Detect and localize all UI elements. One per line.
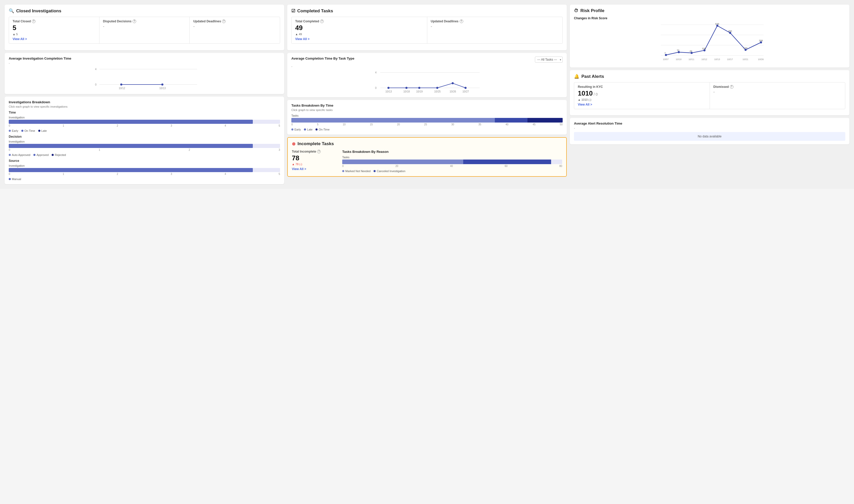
approved-label: Approved xyxy=(36,154,49,157)
svg-text:10/17: 10/17 xyxy=(727,58,733,61)
tasks-reason-legend: Marked Not Needed Canceled Investigation xyxy=(342,169,562,173)
legend-on-time: On Time xyxy=(21,129,35,132)
svg-text:10/18: 10/18 xyxy=(403,90,410,93)
tasks-time-row-label: Tasks xyxy=(291,114,563,117)
disputed-info-icon[interactable]: ? xyxy=(132,19,136,23)
tasks-late-dot xyxy=(304,128,306,130)
tasks-time-legend: Early Late On-Time xyxy=(291,128,563,131)
total-incomplete-info-icon[interactable]: ? xyxy=(317,150,321,154)
avg-investigation-completion-card: Average Investigation Completion Time - … xyxy=(5,53,284,94)
incomplete-view-all[interactable]: View All > xyxy=(292,167,306,171)
canceled-investigation-dot xyxy=(374,170,376,172)
svg-point-13 xyxy=(405,87,407,89)
svg-text:649: 649 xyxy=(715,23,719,25)
tasks-by-reason-title: Tasks Breakdown By Reason xyxy=(342,150,562,154)
tasks-on-time-label: On-Time xyxy=(319,128,329,131)
svg-text:10/10: 10/10 xyxy=(676,58,682,61)
legend-canceled-investigation: Canceled Investigation xyxy=(374,169,405,173)
svg-text:70: 70 xyxy=(677,49,679,52)
tasks-time-breakdown-row: Tasks 05101520253035404550 xyxy=(291,114,563,126)
svg-text:10/13: 10/13 xyxy=(159,87,166,90)
svg-text:10/19: 10/19 xyxy=(416,90,423,93)
tasks-late-label: Late xyxy=(307,128,312,131)
closed-view-all[interactable]: View All > xyxy=(13,37,27,41)
tasks-time-bar-segments xyxy=(291,118,563,123)
svg-text:108: 108 xyxy=(702,47,706,50)
disputed-decisions-cell: Disputed Decisions ? - xyxy=(99,17,190,43)
svg-text:0: 0 xyxy=(375,87,377,89)
investigations-breakdown-card: Investigations Breakdown Click each grap… xyxy=(5,96,284,184)
updated-deadlines-value: - xyxy=(193,24,276,29)
incomplete-left: Total Incomplete ? 78 ▲ 78 (-) View All … xyxy=(292,150,338,173)
svg-point-4 xyxy=(120,84,122,86)
dismissed-info-icon[interactable]: ? xyxy=(730,85,733,89)
closed-investigations-icon: 🔍 xyxy=(9,8,14,14)
completed-tasks-icon: ☑ xyxy=(291,8,295,14)
decision-bar-bg xyxy=(9,144,280,148)
risk-profile-icon: ⏱ xyxy=(574,8,578,13)
resulting-in-kyc-label: Resulting in KYC xyxy=(578,85,706,89)
manual-label: Manual xyxy=(12,178,21,181)
svg-text:10/13: 10/13 xyxy=(385,90,392,93)
tasks-breakdown-time-title: Tasks Breakdown By Time xyxy=(291,104,563,107)
source-bar-fill xyxy=(9,168,253,172)
avg-alert-resolution-dash: - xyxy=(574,126,845,130)
svg-text:4: 4 xyxy=(375,71,377,74)
incomplete-tasks-header: ⊗ Incomplete Tasks xyxy=(292,141,562,147)
incomplete-right: Tasks Breakdown By Reason Tasks 02040608… xyxy=(342,150,562,173)
svg-text:0: 0 xyxy=(95,83,96,86)
decision-breakdown-row: Investigation 0123 xyxy=(9,140,280,151)
kyc-value: 1010 xyxy=(578,90,593,97)
dismissed-label: Dismissed ? xyxy=(713,85,842,89)
decision-bar-axis: 0123 xyxy=(9,148,280,151)
svg-text:10/26: 10/26 xyxy=(450,90,456,93)
source-bar-axis: 012345 xyxy=(9,173,280,176)
tasks-time-axis: 05101520253035404550 xyxy=(291,123,563,126)
closed-investigations-title: Closed Investigations xyxy=(16,8,61,14)
disputed-decisions-label: Disputed Decisions ? xyxy=(103,19,186,23)
tasks-reason-row: Tasks 020406080 xyxy=(342,156,562,167)
total-completed-cell: Total Completed ? 49 ▲ 49 View All > xyxy=(292,17,427,43)
kyc-sub: ▲ 1010 (-) xyxy=(578,98,706,101)
risk-chart: 7 70 49 108 649 450 134 299 10/07 10/10 … xyxy=(574,22,845,63)
past-alerts-title: Past Alerts xyxy=(581,74,604,79)
avg-by-task-dash: - xyxy=(291,65,563,68)
canceled-investigation-segment xyxy=(463,160,551,164)
marked-not-needed-dot xyxy=(342,170,344,172)
svg-point-16 xyxy=(452,82,454,84)
on-time-label: On Time xyxy=(24,129,35,132)
auto-approved-dot xyxy=(9,154,11,156)
tasks-reason-bar-bg xyxy=(342,160,562,164)
legend-tasks-on-time: On-Time xyxy=(315,128,329,131)
incomplete-inner: Total Incomplete ? 78 ▲ 78 (-) View All … xyxy=(292,150,562,173)
rejected-label: Rejected xyxy=(55,154,66,157)
risk-chart-title: Changes in Risk Score xyxy=(574,16,845,20)
tasks-breakdown-time-subtitle: Click graph to view specific tasks xyxy=(291,108,563,111)
completed-view-all[interactable]: View All > xyxy=(295,37,310,41)
total-incomplete-sub: ▲ 78 (-) xyxy=(292,163,338,166)
tasks-breakdown-by-time-card: Tasks Breakdown By Time Click graph to v… xyxy=(287,100,567,134)
completed-deadlines-info-icon[interactable]: ? xyxy=(460,19,463,23)
total-completed-info-icon[interactable]: ? xyxy=(320,19,324,23)
task-type-select[interactable]: --- All Tasks --- xyxy=(535,56,563,63)
column-risk-alerts: ⏱ Risk Profile Changes in Risk Score xyxy=(568,3,851,186)
marked-not-needed-segment xyxy=(342,160,463,164)
legend-auto-approved: Auto Approved xyxy=(9,154,30,157)
task-type-select-wrapper[interactable]: --- All Tasks --- xyxy=(535,56,563,63)
svg-text:10/21: 10/21 xyxy=(743,58,748,61)
past-alerts-view-all[interactable]: View All > xyxy=(578,103,592,106)
updated-deadlines-info-icon[interactable]: ? xyxy=(222,19,225,23)
source-breakdown-row: Investigation 012345 xyxy=(9,164,280,176)
completed-tasks-header: ☑ Completed Tasks xyxy=(291,8,563,14)
resulting-in-kyc-cell: Resulting in KYC 1010 / 0 ▲ 1010 (-) Vie… xyxy=(574,83,710,109)
svg-text:10/26: 10/26 xyxy=(758,58,764,61)
source-legend: Manual xyxy=(9,178,280,181)
total-closed-info-icon[interactable]: ? xyxy=(32,19,35,23)
legend-marked-not-needed: Marked Not Needed xyxy=(342,169,370,173)
incomplete-tasks-title: Incomplete Tasks xyxy=(297,141,334,146)
legend-early: Early xyxy=(9,129,18,132)
column-completed-tasks: ☑ Completed Tasks Total Completed ? 49 ▲… xyxy=(286,3,568,186)
avg-completion-title: Average Investigation Completion Time xyxy=(9,56,280,60)
breakdown-subtitle: Click each graph to view specific invest… xyxy=(9,105,280,108)
incomplete-tasks-card: ⊗ Incomplete Tasks Total Incomplete ? 78… xyxy=(287,137,567,177)
